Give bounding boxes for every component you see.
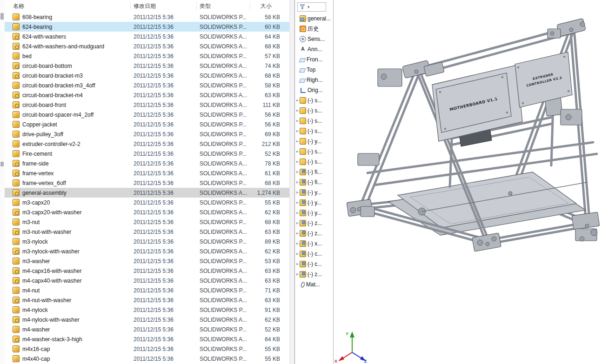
file-row[interactable]: circuit-board-bracket-m4 2011/12/15 5:36… — [5, 90, 289, 100]
file-row[interactable]: frame-side 2011/12/15 5:36 SOLIDWORKS A.… — [5, 159, 289, 168]
filter-dropdown-arrow[interactable]: ▾ — [307, 5, 310, 9]
cad-model-canvas[interactable]: MOTHERBOARD V1.1 EXTRUDER CONTROLLER V2.… — [334, 0, 608, 364]
expand-arrow-icon[interactable] — [295, 211, 300, 215]
file-row[interactable]: 624-with-washers 2011/12/15 5:36 SOLIDWO… — [5, 32, 289, 41]
column-header-size[interactable]: 大小 — [250, 2, 284, 10]
expand-arrow-icon[interactable] — [295, 201, 300, 205]
feature-tree-item[interactable]: (-) fi... — [295, 177, 333, 187]
file-row[interactable]: Copper-jacket 2011/12/15 5:36 SOLIDWORKS… — [5, 119, 289, 129]
expand-arrow-icon[interactable] — [295, 252, 300, 256]
file-row[interactable]: m4-nylock 2011/12/15 5:36 SOLIDWORKS P..… — [5, 305, 289, 315]
file-row[interactable]: frame-vertex 2011/12/15 5:36 SOLIDWORKS … — [5, 168, 289, 178]
feature-tree-item[interactable]: Ann... — [295, 44, 333, 54]
file-row[interactable]: m4x40-cap 2011/12/15 5:36 SOLIDWORKS P..… — [5, 354, 289, 364]
file-row[interactable]: m4-washer 2011/12/15 5:36 SOLIDWORKS P..… — [5, 324, 289, 334]
expand-arrow-icon[interactable] — [295, 109, 300, 113]
file-row[interactable]: m4-nylock-with-washer 2011/12/15 5:36 SO… — [5, 315, 289, 324]
feature-tree-item[interactable]: (-) c... — [295, 259, 333, 269]
tree-filter[interactable]: ▾ — [297, 2, 326, 12]
feature-tree-item[interactable]: 历史 — [295, 24, 333, 34]
feature-tree-item[interactable]: (-) s... — [295, 95, 333, 106]
feature-tree-item[interactable]: (-) y... — [295, 198, 333, 208]
feature-label: Righ... — [307, 77, 323, 83]
file-row[interactable]: extruder-controller-v2-2 2011/12/15 5:36… — [5, 139, 289, 149]
expand-arrow-icon[interactable] — [295, 99, 300, 102]
file-row[interactable]: frame-vertex_6off 2011/12/15 5:36 SOLIDW… — [5, 178, 289, 188]
expand-arrow-icon[interactable] — [295, 129, 300, 133]
feature-tree-item[interactable]: (-) fi... — [295, 167, 333, 177]
feature-tree-item[interactable]: (-) x... — [295, 238, 333, 249]
file-row[interactable]: m3-capx20 2011/12/15 5:36 SOLIDWORKS P..… — [5, 198, 289, 207]
feature-tree-item[interactable]: (-) z... — [295, 269, 333, 279]
feature-tree-item[interactable]: Sens... — [295, 34, 333, 44]
solidworks-file-icon — [13, 258, 20, 265]
expand-arrow-icon[interactable] — [295, 139, 300, 143]
expand-arrow-icon[interactable] — [295, 221, 300, 225]
feature-tree-item[interactable]: (-) y... — [295, 187, 333, 198]
feature-tree-item[interactable]: (-) s... — [295, 146, 333, 157]
feature-tree-item[interactable]: (-) s... — [295, 157, 333, 167]
file-row[interactable]: general-assembly 2011/12/15 5:36 SOLIDWO… — [5, 188, 289, 198]
file-row[interactable]: circuit-board-bracket-m3 2011/12/15 5:36… — [5, 71, 289, 80]
file-row[interactable]: m4-washer-stack-3-high 2011/12/15 5:36 S… — [5, 334, 289, 344]
feature-tree-item[interactable]: Orig... — [295, 85, 333, 95]
expand-arrow-icon[interactable] — [295, 232, 300, 235]
file-row[interactable]: 608-bearing 2011/12/15 5:36 SOLIDWORKS P… — [5, 12, 289, 22]
file-row[interactable]: Fire-cement 2011/12/15 5:36 SOLIDWORKS P… — [5, 149, 289, 159]
file-name: circuit-board-bottom — [22, 63, 72, 69]
file-row[interactable]: circuit-board-bottom 2011/12/15 5:36 SOL… — [5, 61, 289, 71]
file-size: 71 KB — [250, 287, 284, 294]
file-name: 624-bearing — [22, 24, 52, 30]
graphics-area[interactable]: MOTHERBOARD V1.1 EXTRUDER CONTROLLER V2.… — [334, 0, 608, 364]
column-header-type[interactable]: 类型 — [197, 2, 250, 10]
expand-arrow-icon[interactable] — [295, 150, 300, 153]
file-row[interactable]: bed 2011/12/15 5:36 SOLIDWORKS P... 57 K… — [5, 51, 289, 61]
expand-arrow-icon[interactable] — [295, 272, 300, 276]
file-row[interactable]: m4-nut-with-washer 2011/12/15 5:36 SOLID… — [5, 295, 289, 305]
expand-arrow-icon[interactable] — [295, 170, 300, 174]
feature-tree-item[interactable]: Top — [295, 65, 333, 75]
file-date: 2011/12/15 5:36 — [131, 219, 197, 225]
file-row[interactable]: m3-nut-with-washer 2011/12/15 5:36 SOLID… — [5, 227, 289, 237]
solidworks-file-icon — [13, 189, 20, 196]
file-row[interactable]: m3-capx20-with-washer 2011/12/15 5:36 SO… — [5, 207, 289, 217]
file-row[interactable]: m4-capx40-with-washer 2011/12/15 5:36 SO… — [5, 276, 289, 285]
file-row[interactable]: 624-with-washers-and-mudguard 2011/12/15… — [5, 41, 289, 51]
feature-tree-item[interactable]: (-) z... — [295, 228, 333, 238]
file-row[interactable]: m3-nylock-with-washer 2011/12/15 5:36 SO… — [5, 246, 289, 256]
feature-tree-item[interactable]: (-) c... — [295, 249, 333, 259]
file-row[interactable]: circuit-board-spacer-m4_2off 2011/12/15 … — [5, 110, 289, 119]
file-row[interactable]: m4-nut 2011/12/15 5:36 SOLIDWORKS P... 7… — [5, 285, 289, 295]
expand-arrow-icon[interactable] — [295, 160, 300, 164]
column-header-name[interactable]: 名称 — [5, 2, 131, 10]
file-row[interactable]: m4-capx16-with-washer 2011/12/15 5:36 SO… — [5, 266, 289, 276]
file-row[interactable]: m3-nut 2011/12/15 5:36 SOLIDWORKS P... 6… — [5, 217, 289, 227]
expand-arrow-icon[interactable] — [295, 242, 300, 245]
file-row[interactable]: m3-washer 2011/12/15 5:36 SOLIDWORKS P..… — [5, 256, 289, 266]
file-row[interactable]: m3-nylock 2011/12/15 5:36 SOLIDWORKS P..… — [5, 237, 289, 246]
file-name: drive-pulley_3off — [22, 131, 63, 138]
feature-tree-item[interactable]: (-) s... — [295, 106, 333, 116]
feature-tree-item[interactable]: Mat... — [295, 279, 333, 290]
file-row[interactable]: m4x16-cap 2011/12/15 5:36 SOLIDWORKS P..… — [5, 344, 289, 354]
feature-tree-item[interactable]: Fron... — [295, 54, 333, 65]
feature-tree-item[interactable]: (-) z... — [295, 218, 333, 228]
expand-arrow-icon[interactable] — [295, 180, 300, 184]
feature-tree-item[interactable]: (-) y... — [295, 136, 333, 146]
expand-arrow-icon[interactable] — [295, 119, 300, 123]
feature-tree-item[interactable]: general... — [295, 13, 333, 24]
feature-tree-item[interactable]: Righ... — [295, 75, 333, 85]
dock-tab-icon[interactable] — [0, 162, 4, 166]
feature-tree-item[interactable]: (-) y... — [295, 208, 333, 218]
file-row[interactable]: 624-bearing 2011/12/15 5:36 SOLIDWORKS P… — [5, 22, 289, 32]
expand-arrow-icon[interactable] — [295, 262, 300, 266]
feature-tree-item[interactable]: (-) s... — [295, 116, 333, 126]
solidworks-file-icon — [13, 277, 20, 284]
file-row[interactable]: circuit-board-front 2011/12/15 5:36 SOLI… — [5, 100, 289, 110]
file-row[interactable]: circuit-board-bracket-m3_4off 2011/12/15… — [5, 80, 289, 90]
file-row[interactable]: drive-pulley_3off 2011/12/15 5:36 SOLIDW… — [5, 129, 289, 139]
column-header-date[interactable]: 修改日期 — [131, 2, 197, 10]
feature-tree-item[interactable]: (-) s... — [295, 126, 333, 136]
dock-tab-icon[interactable] — [0, 13, 4, 20]
expand-arrow-icon[interactable] — [295, 191, 300, 194]
